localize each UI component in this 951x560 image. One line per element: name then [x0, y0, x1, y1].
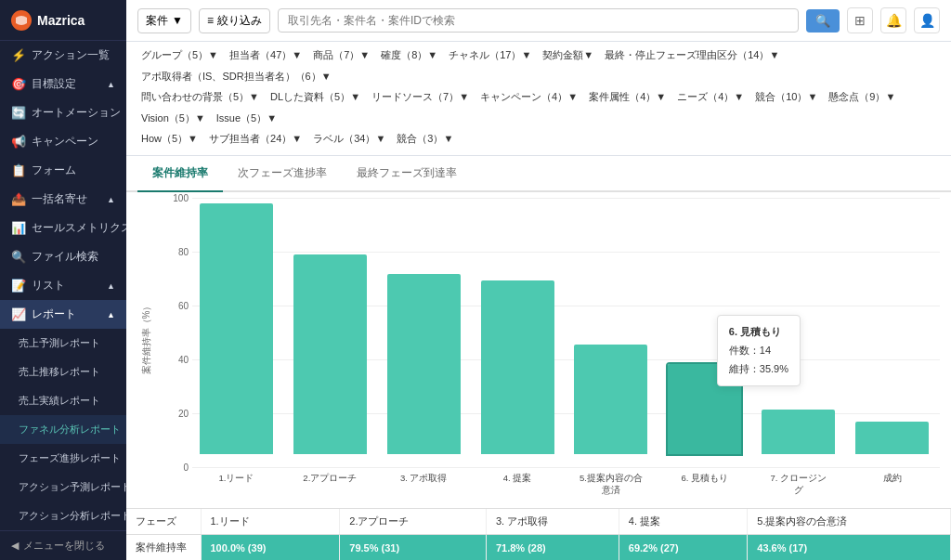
sidebar-label-sales-metrics: セールスメトリクス: [32, 221, 126, 235]
y-tick-label: 60: [161, 301, 189, 311]
filter-tag[interactable]: グループ（5）▼: [137, 46, 222, 64]
filter-tag[interactable]: 商品（7）▼: [309, 46, 373, 64]
filter-tag[interactable]: ニーズ（4）▼: [673, 88, 748, 106]
tab-retention[interactable]: 案件維持率: [137, 156, 223, 192]
sidebar-item-automation[interactable]: 🔄 オートメーション: [0, 98, 126, 127]
sidebar-sub-item-sales-actual[interactable]: 売上実績レポート: [0, 386, 126, 415]
filter-tag[interactable]: Vision（5）▼: [137, 110, 209, 127]
logo-text: Mazrica: [37, 13, 85, 28]
search-type-label: 案件: [146, 13, 168, 29]
sidebar-footer-label: メニューを閉じる: [23, 539, 105, 553]
filter-tag[interactable]: チャネル（17）▼: [445, 46, 535, 64]
sidebar-item-sales-metrics[interactable]: 📊 セールスメトリクス ▲: [0, 214, 126, 242]
sidebar-sub-item-action-analysis[interactable]: アクション分析レポート: [0, 501, 126, 530]
bar-group-1[interactable]: [287, 203, 373, 454]
sidebar-footer-toggle[interactable]: ◀ メニューを閉じる: [0, 530, 126, 560]
filter-tag[interactable]: リードソース（7）▼: [368, 88, 473, 106]
search-button[interactable]: 🔍: [806, 9, 840, 33]
filter-area: グループ（5）▼担当者（47）▼商品（7）▼確度（8）▼チャネル（17）▼契約金…: [126, 42, 951, 156]
filter-tag[interactable]: 最終・停止フェーズ理由区分（14）▼: [601, 46, 783, 64]
bar-group-4[interactable]: [568, 203, 655, 454]
sub-label-sales-trend: 売上推移レポート: [19, 365, 100, 379]
table-row-label: 案件維持率: [126, 535, 201, 561]
x-label-3: 4. 提案: [475, 473, 561, 496]
bell-icon[interactable]: 🔔: [880, 7, 906, 33]
bar-4[interactable]: [574, 345, 647, 454]
x-labels-container: 1.リード2.アプローチ3. アポ取得4. 提案5.提案内容の合 意済6. 見積…: [193, 473, 935, 496]
sidebar-label-bulk-send: 一括名寄せ: [32, 192, 87, 206]
y-tick-label: 40: [161, 355, 189, 365]
y-tick-label: 20: [161, 409, 189, 419]
filter-tag[interactable]: 担当者（47）▼: [226, 46, 306, 64]
x-label-7: 成約: [849, 473, 935, 496]
search-type-select[interactable]: 案件 ▼: [137, 8, 191, 33]
bar-group-0[interactable]: [193, 203, 280, 454]
bar-0[interactable]: [200, 203, 273, 454]
target-setting-icon: 🎯: [11, 77, 26, 91]
bar-2[interactable]: [387, 274, 461, 454]
x-label-6: 7. クロージン グ: [755, 473, 841, 496]
filter-tag[interactable]: 懸念点（9）▼: [825, 88, 899, 106]
sidebar-label-file-search: ファイル検索: [32, 250, 98, 264]
sidebar-item-list[interactable]: 📝 リスト ▲: [0, 271, 126, 300]
sidebar-sub-item-sales-forecast[interactable]: 売上予測レポート: [0, 329, 126, 358]
sidebar-item-report[interactable]: 📈 レポート ▲: [0, 300, 126, 329]
filter-tag[interactable]: 競合（3）▼: [393, 130, 457, 148]
bar-3[interactable]: [481, 280, 554, 454]
table-row-value-0: 100.0% (39): [201, 535, 340, 561]
bar-7[interactable]: [855, 422, 929, 454]
y-rule: [192, 467, 940, 468]
bar-group-7[interactable]: [849, 203, 935, 454]
tab-final-phase[interactable]: 最終フェーズ到達率: [342, 156, 472, 192]
automation-icon: 🔄: [11, 106, 26, 120]
filter-tag[interactable]: Issue（5）▼: [213, 110, 280, 127]
x-label-4: 5.提案内容の合 意済: [568, 473, 655, 496]
filter-tag[interactable]: サブ担当者（24）▼: [205, 130, 306, 148]
table-data-row: 案件維持率100.0% (39)79.5% (31)71.8% (28)69.2…: [126, 535, 951, 561]
filter-tag[interactable]: DLした資料（5）▼: [267, 88, 364, 106]
sidebar-sub-item-sales-trend[interactable]: 売上推移レポート: [0, 358, 126, 386]
action-list-icon: ⚡: [11, 48, 26, 62]
y-grid-line: 0: [161, 462, 940, 473]
sidebar-sub-item-phase-progress[interactable]: フェーズ進捗レポート: [0, 444, 126, 473]
sidebar-item-campaign[interactable]: 📢 キャンペーン: [0, 127, 126, 156]
y-axis-label: 案件維持率（%）: [140, 302, 153, 375]
filter-tag[interactable]: 契約金額▼: [539, 46, 597, 64]
filter-tag[interactable]: アポ取得者（IS、SDR担当者名）（6）▼: [137, 68, 335, 85]
sidebar-label-form: フォーム: [32, 163, 76, 177]
sidebar-label-report: レポート: [32, 307, 76, 321]
filter-tag[interactable]: 問い合わせの背景（5）▼: [137, 88, 263, 106]
filter-tag[interactable]: キャンペーン（4）▼: [476, 88, 581, 106]
bar-6[interactable]: [762, 410, 835, 454]
sidebar-item-target-setting[interactable]: 🎯 目標設定 ▲: [0, 70, 126, 98]
sidebar-item-file-search[interactable]: 🔍 ファイル検索: [0, 242, 126, 271]
sidebar-sub-item-funnel-analysis[interactable]: ファネル分析レポート: [0, 415, 126, 444]
filter-tag[interactable]: 競合（10）▼: [751, 88, 821, 106]
filter-tag[interactable]: ラベル（34）▼: [309, 130, 389, 148]
arrow-icon: ▲: [107, 195, 115, 204]
bar-1[interactable]: [293, 254, 367, 454]
grid-view-icon[interactable]: ⊞: [847, 7, 873, 33]
tooltip-count: 件数：14: [729, 342, 788, 360]
sidebar-item-form[interactable]: 📋 フォーム: [0, 156, 126, 185]
x-label-1: 2.アプローチ: [287, 473, 373, 496]
list-icon: 📝: [11, 279, 26, 293]
sidebar-item-bulk-send[interactable]: 📤 一括名寄せ ▲: [0, 185, 126, 214]
filter-tag[interactable]: How（5）▼: [137, 130, 202, 148]
chevron-down-icon: ▼: [172, 14, 183, 27]
search-input[interactable]: [278, 8, 799, 33]
bar-group-3[interactable]: [475, 203, 561, 454]
filter-tag[interactable]: 確度（8）▼: [377, 46, 441, 64]
filter-icon: ≡: [207, 14, 214, 27]
summary-table: フェーズ1.リード2.アプローチ3. アポ取得4. 提案5.提案内容の合意済 案…: [126, 509, 951, 560]
table-header-5: 5.提案内容の合意済: [748, 509, 951, 535]
filter-button[interactable]: ≡ 絞り込み: [199, 8, 270, 33]
filter-tag[interactable]: 案件属性（4）▼: [585, 88, 670, 106]
sidebar-sub-item-action-forecast[interactable]: アクション予測レポート: [0, 473, 126, 501]
sidebar-label-action-list: アクション一覧: [32, 48, 110, 62]
table-header-3: 3. アポ取得: [486, 509, 619, 535]
tab-next-phase[interactable]: 次フェーズ進捗率: [223, 156, 342, 192]
sidebar-item-action-list[interactable]: ⚡ アクション一覧: [0, 41, 126, 70]
bar-group-2[interactable]: [381, 203, 467, 454]
user-icon[interactable]: 👤: [914, 7, 940, 33]
